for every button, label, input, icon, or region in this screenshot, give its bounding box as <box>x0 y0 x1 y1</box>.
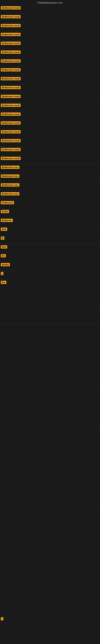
bottleneck-badge[interactable]: Bottleneck result <box>1 59 21 62</box>
list-item <box>0 439 100 448</box>
bottleneck-badge[interactable]: Bottleneck result <box>1 24 21 27</box>
bottleneck-badge[interactable]: Bottleneck result <box>1 6 21 10</box>
bottleneck-badge[interactable]: Bottleneck result <box>1 130 21 134</box>
list-item <box>0 395 100 404</box>
list-item <box>0 545 100 554</box>
list-item: Bottleneck resu <box>0 173 100 182</box>
list-item <box>0 377 100 386</box>
list-item: | <box>0 271 100 280</box>
list-item: Bottleneck resu <box>0 191 100 200</box>
site-title: TheBottlenecker.com <box>0 0 100 5</box>
bottleneck-badge[interactable]: Bottleneck result <box>1 50 21 54</box>
list-item <box>0 510 100 518</box>
bottleneck-badge[interactable]: Bottleneck result <box>1 33 21 36</box>
list-item <box>0 297 100 306</box>
list-item <box>0 536 100 545</box>
bottleneck-badge[interactable]: Bot <box>1 281 6 284</box>
list-item <box>0 554 100 563</box>
list-item: Bottleneck result <box>0 129 100 138</box>
bottleneck-badge[interactable]: Bottleneck result <box>1 68 21 72</box>
bottleneck-badge[interactable]: Bottleneck result <box>1 148 21 151</box>
list-item <box>0 342 100 350</box>
list-item: Bottleneck result <box>0 76 100 85</box>
list-item <box>0 492 100 501</box>
bottleneck-badge[interactable]: | <box>1 272 3 275</box>
list-item <box>0 625 100 634</box>
bottleneck-badge[interactable]: Bottleneck resu <box>1 192 19 196</box>
list-item <box>0 448 100 457</box>
list-item: Bottleneck result <box>0 156 100 164</box>
list-item: Bottleneck result <box>0 49 100 58</box>
bottleneck-badge[interactable]: Bottleneck resu <box>1 183 19 186</box>
bottleneck-badge[interactable]: B <box>1 236 4 240</box>
list-item: Bottleneck result <box>0 111 100 120</box>
list-item: Bottleneck <box>0 200 100 209</box>
list-item <box>0 483 100 492</box>
bottleneck-badge[interactable]: Bo <box>1 254 6 258</box>
list-item: Bottleneck result <box>0 147 100 156</box>
list-item <box>0 580 100 590</box>
list-item: Bot <box>0 280 100 288</box>
list-item: Bottleneck resu <box>0 182 100 191</box>
list-item <box>0 350 100 359</box>
list-item <box>0 466 100 474</box>
bottleneck-badge[interactable]: Bottleneck result <box>1 95 21 98</box>
bottleneck-badge[interactable]: Bott <box>1 245 7 248</box>
list-item: Bottlenec <box>0 218 100 226</box>
list-item: Bott <box>0 244 100 253</box>
list-item: Bottleneck result <box>0 14 100 23</box>
bottleneck-badge[interactable]: Bottleneck <box>1 201 14 204</box>
list-item: Bottler <box>0 262 100 271</box>
list-item: Bottleneck result <box>0 120 100 129</box>
list-item <box>0 404 100 412</box>
bottleneck-badge[interactable]: | <box>1 617 3 620</box>
list-item <box>0 528 100 536</box>
bottleneck-badge[interactable]: Bottleneck result <box>1 157 21 160</box>
rows-container: Bottleneck resultBottleneck resultBottle… <box>0 5 100 642</box>
list-item <box>0 607 100 616</box>
list-item <box>0 501 100 510</box>
list-item <box>0 421 100 430</box>
list-item: Bottleneck result <box>0 138 100 147</box>
list-item: Bottleneck result <box>0 85 100 94</box>
list-item <box>0 359 100 368</box>
list-item: Bottleneck result <box>0 32 100 40</box>
bottleneck-badge[interactable]: Bottleneck result <box>1 139 21 142</box>
bottleneck-badge[interactable]: Bottleneck result <box>1 121 21 124</box>
list-item <box>0 634 100 642</box>
list-item <box>0 457 100 466</box>
list-item <box>0 590 100 598</box>
list-item: Bottleneck result <box>0 40 100 49</box>
bottleneck-badge[interactable]: Bottleneck result <box>1 15 21 18</box>
list-item <box>0 324 100 333</box>
list-item <box>0 518 100 528</box>
list-item: | <box>0 616 100 625</box>
bottleneck-badge[interactable]: Bottleneck result <box>1 112 21 116</box>
list-item <box>0 386 100 395</box>
list-item: Bottleneck result <box>0 67 100 76</box>
list-item: Bottleneck result <box>0 23 100 32</box>
list-item: Bottleneck result <box>0 102 100 111</box>
list-item: Bo <box>0 253 100 262</box>
list-item <box>0 430 100 439</box>
bottleneck-badge[interactable]: Bottler <box>1 263 10 266</box>
list-item: Bottleneck result <box>0 94 100 102</box>
list-item: Bottleneck result <box>0 5 100 14</box>
list-item <box>0 288 100 297</box>
list-item: Bottleneck result <box>0 58 100 67</box>
bottleneck-badge[interactable]: Bott <box>1 228 7 231</box>
list-item <box>0 563 100 572</box>
list-item <box>0 315 100 324</box>
list-item <box>0 598 100 607</box>
list-item <box>0 572 100 580</box>
bottleneck-badge[interactable]: Bottleneck resu <box>1 174 19 178</box>
bottleneck-badge[interactable]: Bottleneck resu <box>1 166 19 169</box>
list-item <box>0 412 100 421</box>
bottleneck-badge[interactable]: Bottleneck result <box>1 104 21 107</box>
bottleneck-badge[interactable]: Bottleneck result <box>1 42 21 45</box>
bottleneck-badge[interactable]: Bottleneck result <box>1 77 21 80</box>
bottleneck-badge[interactable]: Bottlenec <box>1 219 13 222</box>
bottleneck-badge[interactable]: Bottle <box>1 210 9 213</box>
list-item: Bottleneck resu <box>0 164 100 173</box>
bottleneck-badge[interactable]: Bottleneck result <box>1 86 21 89</box>
